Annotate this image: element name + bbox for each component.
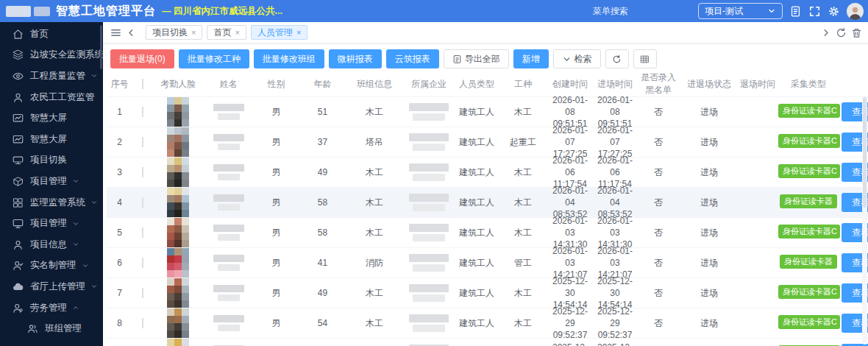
attendance-face-cell bbox=[152, 188, 204, 217]
company-redacted bbox=[405, 254, 453, 272]
toolbar-button-2[interactable]: 批量修改班组 bbox=[254, 49, 324, 68]
sidebar-item-user-10[interactable]: 项目信息 bbox=[0, 234, 103, 255]
ptype-cell: 建筑工人 bbox=[455, 166, 499, 179]
age-cell: 54 bbox=[299, 318, 346, 328]
table-row: 1男51木工建筑工人木工2026-01-0809:51:512026-01-08… bbox=[107, 96, 868, 127]
document-icon[interactable] bbox=[789, 5, 802, 18]
company-redacted bbox=[405, 103, 453, 121]
collect-type-cell: 身份证读卡器 bbox=[777, 194, 840, 211]
created-date: 2026-01-08 bbox=[549, 94, 591, 118]
sidebar-item-user-3[interactable]: 农民工工资监管 bbox=[0, 87, 103, 108]
projector-icon bbox=[13, 155, 24, 166]
column-header-age: 年龄 bbox=[299, 78, 346, 91]
row-checkbox[interactable] bbox=[142, 288, 143, 298]
team-cell: 木工 bbox=[346, 197, 403, 209]
sidebar-item-projector-6[interactable]: 项目切换 bbox=[0, 150, 103, 172]
hamburger-icon[interactable] bbox=[110, 27, 121, 38]
sidebar-item-user-gear-13[interactable]: 劳务管理 bbox=[0, 297, 103, 319]
company-cell bbox=[403, 103, 455, 121]
face-photo bbox=[167, 97, 189, 127]
row-checkbox[interactable] bbox=[142, 107, 143, 117]
refresh-tabs-icon[interactable] bbox=[836, 27, 847, 38]
sidebar-item-trend-5[interactable]: 智慧大屏 bbox=[0, 129, 103, 150]
eye-icon bbox=[13, 71, 24, 82]
tab-close-icon[interactable]: × bbox=[296, 28, 301, 37]
toolbar-button-4[interactable]: 云筑报表 bbox=[386, 49, 439, 68]
tab-3[interactable]: 人员管理× bbox=[251, 25, 307, 40]
sidebar-item-grid-8[interactable]: 监理监管系统 bbox=[0, 192, 103, 213]
entry-time-cell: 2025-12-2909:52:37 bbox=[593, 306, 637, 341]
age-cell: 37 bbox=[299, 137, 346, 147]
name-redacted bbox=[205, 104, 252, 120]
content-panel: 批量退场(0)批量修改工种批量修改班组微耕报表云筑报表导出全部新增检索 序号考勤… bbox=[103, 44, 868, 346]
row-checkbox[interactable] bbox=[142, 318, 143, 328]
user-group-icon bbox=[27, 323, 38, 334]
table-scrollbar-thumb[interactable] bbox=[863, 97, 867, 208]
row-checkbox[interactable] bbox=[142, 197, 143, 208]
column-header-gender: 性别 bbox=[253, 78, 299, 91]
select-all-checkbox[interactable] bbox=[142, 79, 143, 89]
row-checkbox[interactable] bbox=[142, 227, 143, 238]
toolbar-button-6[interactable]: 新增 bbox=[513, 49, 549, 68]
collect-type-badge: 身份证读卡器C bbox=[778, 285, 840, 299]
trade-cell: 管工 bbox=[499, 257, 547, 269]
menu-search-link[interactable]: 菜单搜索 bbox=[593, 5, 628, 18]
team-cell: 木工 bbox=[346, 287, 403, 300]
gender-cell: 男 bbox=[253, 317, 299, 330]
user-icon bbox=[13, 92, 24, 103]
row-index: 8 bbox=[107, 318, 132, 328]
chevron-down-icon bbox=[72, 241, 79, 248]
entry-clock: 09:52:37 bbox=[594, 329, 636, 341]
created-date: 2026-01-04 bbox=[549, 185, 591, 208]
row-checkbox[interactable] bbox=[142, 258, 143, 268]
sidebar-item-label: 项目切换 bbox=[30, 154, 67, 166]
sidebar-item-trend-4[interactable]: 智慧大屏 bbox=[0, 107, 103, 129]
tab-close-icon[interactable]: × bbox=[191, 28, 196, 37]
row-checkbox[interactable] bbox=[142, 167, 143, 177]
sidebar-item-user-group-14[interactable]: 班组管理 bbox=[0, 318, 103, 339]
company-redacted bbox=[405, 194, 453, 211]
tabs-scroll-right-icon[interactable] bbox=[820, 27, 831, 38]
status-cell: 进场 bbox=[680, 317, 739, 330]
toolbar-button-3[interactable]: 微耕报表 bbox=[329, 49, 382, 68]
column-header-seq: 序号 bbox=[107, 78, 132, 91]
grid-view-icon bbox=[640, 54, 650, 64]
created-time-cell: 2025-12-2909:52:37 bbox=[547, 306, 593, 341]
sidebar-item-home-0[interactable]: 首页 bbox=[0, 24, 103, 45]
toolbar-refresh-button[interactable] bbox=[605, 49, 629, 68]
fullscreen-icon[interactable] bbox=[808, 5, 821, 18]
sidebar-item-box-7[interactable]: 项目管理 bbox=[0, 171, 103, 192]
sidebar-item-user-check-11[interactable]: 实名制管理 bbox=[0, 255, 103, 277]
blacklist-cell: 否 bbox=[637, 106, 680, 119]
toolbar-button-7[interactable]: 检索 bbox=[553, 49, 601, 68]
close-tabs-trash-icon[interactable] bbox=[851, 27, 862, 38]
project-select[interactable]: 项目-测试 bbox=[698, 3, 783, 19]
toolbar-grid-view-button[interactable] bbox=[633, 49, 657, 68]
created-date: 2026-01-07 bbox=[549, 124, 591, 148]
tabs-scroll-left-icon[interactable] bbox=[126, 27, 137, 38]
cloud-icon bbox=[13, 281, 24, 292]
gear-icon[interactable] bbox=[828, 5, 840, 18]
trade-cell: 木工 bbox=[499, 106, 547, 119]
tab-1[interactable]: 项目切换× bbox=[146, 25, 202, 40]
sidebar-item-layers-1[interactable]: 边坡安全监测系统 bbox=[0, 45, 103, 66]
button-label: 导出全部 bbox=[465, 53, 500, 66]
tab-2[interactable]: 首页× bbox=[207, 25, 246, 40]
row-select-cell bbox=[132, 197, 152, 208]
row-checkbox[interactable] bbox=[142, 137, 143, 147]
table-scrollbar[interactable] bbox=[862, 96, 867, 345]
sidebar-item-label: 项目信息 bbox=[30, 239, 67, 251]
toolbar-button-0[interactable]: 批量退场(0) bbox=[110, 49, 174, 68]
sidebar-scrollbar[interactable] bbox=[100, 25, 102, 69]
toolbar-button-1[interactable]: 批量修改工种 bbox=[179, 49, 249, 68]
project-select-value: 项目-测试 bbox=[705, 5, 766, 18]
sidebar-item-eye-2[interactable]: 工程质量监管 bbox=[0, 66, 103, 87]
sidebar-item-monitor-9[interactable]: 项目管理 bbox=[0, 213, 103, 234]
collect-type-cell: 身份证读卡器C bbox=[777, 104, 840, 120]
sidebar-item-cloud-12[interactable]: 省厅上传管理 bbox=[0, 276, 103, 297]
toolbar-button-5[interactable]: 导出全部 bbox=[444, 49, 509, 68]
trade-cell: 木工 bbox=[499, 227, 547, 239]
avatar[interactable] bbox=[847, 3, 864, 20]
tab-close-icon[interactable]: × bbox=[235, 28, 239, 37]
team-cell: 木工 bbox=[346, 317, 403, 330]
